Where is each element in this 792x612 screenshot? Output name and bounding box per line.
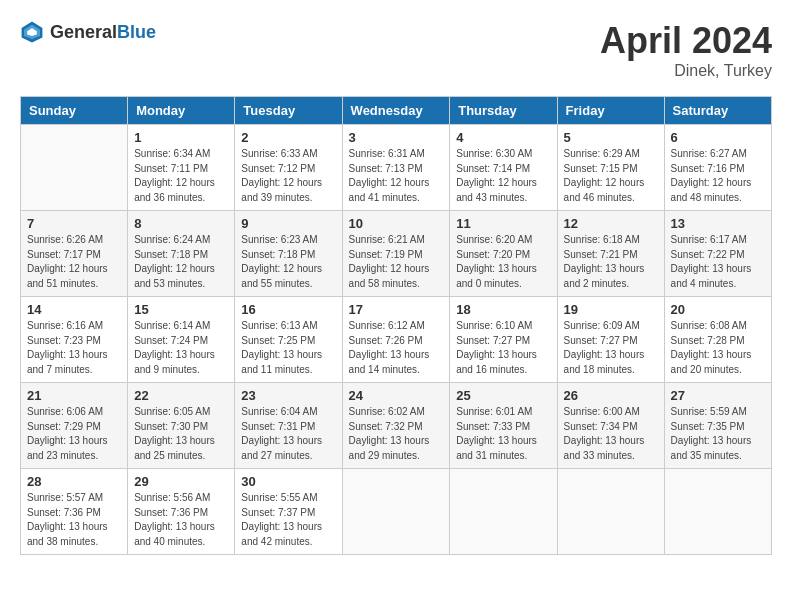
day-info: Sunrise: 6:00 AM Sunset: 7:34 PM Dayligh… <box>564 405 658 463</box>
title-area: April 2024 Dinek, Turkey <box>600 20 772 80</box>
day-number: 30 <box>241 474 335 489</box>
day-number: 7 <box>27 216 121 231</box>
day-info: Sunrise: 6:05 AM Sunset: 7:30 PM Dayligh… <box>134 405 228 463</box>
calendar-week-row: 14Sunrise: 6:16 AM Sunset: 7:23 PM Dayli… <box>21 297 772 383</box>
day-number: 14 <box>27 302 121 317</box>
calendar-day-cell: 17Sunrise: 6:12 AM Sunset: 7:26 PM Dayli… <box>342 297 450 383</box>
calendar-day-cell: 23Sunrise: 6:04 AM Sunset: 7:31 PM Dayli… <box>235 383 342 469</box>
calendar-day-cell: 6Sunrise: 6:27 AM Sunset: 7:16 PM Daylig… <box>664 125 771 211</box>
day-info: Sunrise: 6:09 AM Sunset: 7:27 PM Dayligh… <box>564 319 658 377</box>
day-info: Sunrise: 6:01 AM Sunset: 7:33 PM Dayligh… <box>456 405 550 463</box>
calendar-day-cell: 22Sunrise: 6:05 AM Sunset: 7:30 PM Dayli… <box>128 383 235 469</box>
weekday-header: Wednesday <box>342 97 450 125</box>
calendar-day-cell <box>664 469 771 555</box>
calendar-day-cell: 12Sunrise: 6:18 AM Sunset: 7:21 PM Dayli… <box>557 211 664 297</box>
calendar-day-cell: 5Sunrise: 6:29 AM Sunset: 7:15 PM Daylig… <box>557 125 664 211</box>
day-number: 12 <box>564 216 658 231</box>
calendar-day-cell: 21Sunrise: 6:06 AM Sunset: 7:29 PM Dayli… <box>21 383 128 469</box>
day-number: 25 <box>456 388 550 403</box>
day-number: 15 <box>134 302 228 317</box>
page-header: GeneralBlue April 2024 Dinek, Turkey <box>20 20 772 80</box>
calendar-body: 1Sunrise: 6:34 AM Sunset: 7:11 PM Daylig… <box>21 125 772 555</box>
weekday-header: Monday <box>128 97 235 125</box>
day-number: 22 <box>134 388 228 403</box>
day-number: 23 <box>241 388 335 403</box>
calendar-day-cell: 29Sunrise: 5:56 AM Sunset: 7:36 PM Dayli… <box>128 469 235 555</box>
logo-blue-text: Blue <box>117 22 156 42</box>
calendar-day-cell: 26Sunrise: 6:00 AM Sunset: 7:34 PM Dayli… <box>557 383 664 469</box>
calendar-day-cell: 24Sunrise: 6:02 AM Sunset: 7:32 PM Dayli… <box>342 383 450 469</box>
calendar-week-row: 1Sunrise: 6:34 AM Sunset: 7:11 PM Daylig… <box>21 125 772 211</box>
weekday-header: Thursday <box>450 97 557 125</box>
day-number: 4 <box>456 130 550 145</box>
calendar-day-cell: 4Sunrise: 6:30 AM Sunset: 7:14 PM Daylig… <box>450 125 557 211</box>
day-info: Sunrise: 6:29 AM Sunset: 7:15 PM Dayligh… <box>564 147 658 205</box>
day-number: 18 <box>456 302 550 317</box>
day-number: 27 <box>671 388 765 403</box>
calendar-day-cell: 27Sunrise: 5:59 AM Sunset: 7:35 PM Dayli… <box>664 383 771 469</box>
calendar-day-cell: 3Sunrise: 6:31 AM Sunset: 7:13 PM Daylig… <box>342 125 450 211</box>
day-info: Sunrise: 6:31 AM Sunset: 7:13 PM Dayligh… <box>349 147 444 205</box>
day-number: 17 <box>349 302 444 317</box>
calendar-day-cell: 25Sunrise: 6:01 AM Sunset: 7:33 PM Dayli… <box>450 383 557 469</box>
calendar-day-cell: 13Sunrise: 6:17 AM Sunset: 7:22 PM Dayli… <box>664 211 771 297</box>
location-text: Dinek, Turkey <box>600 62 772 80</box>
day-info: Sunrise: 6:16 AM Sunset: 7:23 PM Dayligh… <box>27 319 121 377</box>
day-info: Sunrise: 6:27 AM Sunset: 7:16 PM Dayligh… <box>671 147 765 205</box>
day-info: Sunrise: 6:10 AM Sunset: 7:27 PM Dayligh… <box>456 319 550 377</box>
day-info: Sunrise: 6:04 AM Sunset: 7:31 PM Dayligh… <box>241 405 335 463</box>
calendar-day-cell: 28Sunrise: 5:57 AM Sunset: 7:36 PM Dayli… <box>21 469 128 555</box>
calendar-day-cell: 10Sunrise: 6:21 AM Sunset: 7:19 PM Dayli… <box>342 211 450 297</box>
calendar-day-cell: 1Sunrise: 6:34 AM Sunset: 7:11 PM Daylig… <box>128 125 235 211</box>
calendar-day-cell: 2Sunrise: 6:33 AM Sunset: 7:12 PM Daylig… <box>235 125 342 211</box>
day-info: Sunrise: 5:57 AM Sunset: 7:36 PM Dayligh… <box>27 491 121 549</box>
calendar-day-cell: 9Sunrise: 6:23 AM Sunset: 7:18 PM Daylig… <box>235 211 342 297</box>
logo: GeneralBlue <box>20 20 156 44</box>
weekday-header: Saturday <box>664 97 771 125</box>
day-number: 11 <box>456 216 550 231</box>
day-number: 19 <box>564 302 658 317</box>
day-info: Sunrise: 5:56 AM Sunset: 7:36 PM Dayligh… <box>134 491 228 549</box>
logo-icon <box>20 20 44 44</box>
day-info: Sunrise: 6:23 AM Sunset: 7:18 PM Dayligh… <box>241 233 335 291</box>
calendar-week-row: 7Sunrise: 6:26 AM Sunset: 7:17 PM Daylig… <box>21 211 772 297</box>
calendar-day-cell <box>21 125 128 211</box>
day-info: Sunrise: 6:17 AM Sunset: 7:22 PM Dayligh… <box>671 233 765 291</box>
day-info: Sunrise: 6:26 AM Sunset: 7:17 PM Dayligh… <box>27 233 121 291</box>
logo-general-text: General <box>50 22 117 42</box>
day-info: Sunrise: 6:34 AM Sunset: 7:11 PM Dayligh… <box>134 147 228 205</box>
weekday-row: SundayMondayTuesdayWednesdayThursdayFrid… <box>21 97 772 125</box>
day-info: Sunrise: 6:02 AM Sunset: 7:32 PM Dayligh… <box>349 405 444 463</box>
calendar-week-row: 28Sunrise: 5:57 AM Sunset: 7:36 PM Dayli… <box>21 469 772 555</box>
calendar-day-cell <box>450 469 557 555</box>
day-info: Sunrise: 5:59 AM Sunset: 7:35 PM Dayligh… <box>671 405 765 463</box>
weekday-header: Friday <box>557 97 664 125</box>
calendar-day-cell: 16Sunrise: 6:13 AM Sunset: 7:25 PM Dayli… <box>235 297 342 383</box>
calendar-day-cell: 14Sunrise: 6:16 AM Sunset: 7:23 PM Dayli… <box>21 297 128 383</box>
calendar-day-cell: 8Sunrise: 6:24 AM Sunset: 7:18 PM Daylig… <box>128 211 235 297</box>
calendar-day-cell: 19Sunrise: 6:09 AM Sunset: 7:27 PM Dayli… <box>557 297 664 383</box>
day-number: 5 <box>564 130 658 145</box>
day-number: 2 <box>241 130 335 145</box>
day-info: Sunrise: 6:12 AM Sunset: 7:26 PM Dayligh… <box>349 319 444 377</box>
day-info: Sunrise: 6:18 AM Sunset: 7:21 PM Dayligh… <box>564 233 658 291</box>
calendar-day-cell: 20Sunrise: 6:08 AM Sunset: 7:28 PM Dayli… <box>664 297 771 383</box>
day-info: Sunrise: 5:55 AM Sunset: 7:37 PM Dayligh… <box>241 491 335 549</box>
calendar-header: SundayMondayTuesdayWednesdayThursdayFrid… <box>21 97 772 125</box>
day-number: 3 <box>349 130 444 145</box>
day-number: 10 <box>349 216 444 231</box>
day-number: 24 <box>349 388 444 403</box>
day-number: 9 <box>241 216 335 231</box>
weekday-header: Tuesday <box>235 97 342 125</box>
day-number: 21 <box>27 388 121 403</box>
calendar-day-cell: 7Sunrise: 6:26 AM Sunset: 7:17 PM Daylig… <box>21 211 128 297</box>
day-info: Sunrise: 6:06 AM Sunset: 7:29 PM Dayligh… <box>27 405 121 463</box>
day-number: 1 <box>134 130 228 145</box>
day-info: Sunrise: 6:21 AM Sunset: 7:19 PM Dayligh… <box>349 233 444 291</box>
day-number: 13 <box>671 216 765 231</box>
day-number: 26 <box>564 388 658 403</box>
calendar-day-cell: 15Sunrise: 6:14 AM Sunset: 7:24 PM Dayli… <box>128 297 235 383</box>
day-info: Sunrise: 6:13 AM Sunset: 7:25 PM Dayligh… <box>241 319 335 377</box>
day-info: Sunrise: 6:08 AM Sunset: 7:28 PM Dayligh… <box>671 319 765 377</box>
weekday-header: Sunday <box>21 97 128 125</box>
